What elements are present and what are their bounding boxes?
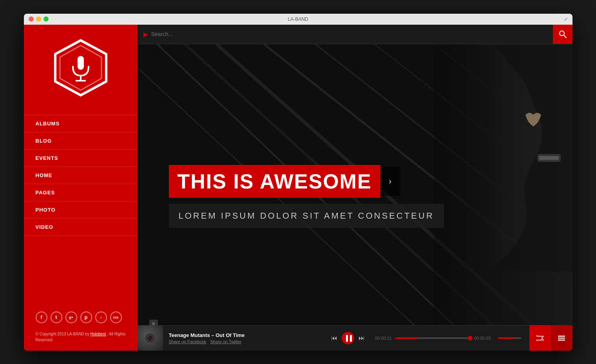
progress-track[interactable] bbox=[395, 337, 471, 339]
headline-block: THIS IS AWESOME › bbox=[169, 165, 444, 198]
share-facebook-link[interactable]: Share on Facebook bbox=[169, 339, 207, 344]
hero-person bbox=[435, 44, 572, 325]
hero-subheadline: LOREM IPSUM DOLOR SIT AMET CONSECTEUR bbox=[169, 204, 444, 228]
search-bar: ▶ bbox=[138, 25, 572, 44]
app-body: ALBUMS BLOG EVENTS HOME PAGES PHOTO VIDE… bbox=[24, 25, 572, 351]
album-art-inner bbox=[138, 325, 163, 351]
progress-thumb bbox=[468, 336, 473, 340]
rewind-button[interactable]: ⏮ bbox=[329, 333, 340, 344]
svg-line-6 bbox=[564, 35, 566, 38]
sidebar-item-home[interactable]: HOME bbox=[24, 167, 138, 184]
menu-icon bbox=[557, 335, 566, 342]
hero-text: THIS IS AWESOME › LOREM IPSUM DOLOR SIT … bbox=[138, 165, 444, 228]
facebook-icon[interactable]: f bbox=[36, 311, 47, 323]
copyright: © Copyright 2013 LA-BAND by Holobest . A… bbox=[24, 331, 138, 351]
volume-track[interactable] bbox=[498, 337, 522, 339]
maximize-window-button[interactable] bbox=[43, 16, 49, 22]
pinterest-icon[interactable]: p bbox=[80, 311, 92, 323]
svg-rect-2 bbox=[78, 56, 84, 70]
app-window: LA-BAND ⤢ bbox=[24, 14, 572, 351]
window-title: LA-BAND bbox=[288, 16, 308, 22]
share-twitter-link[interactable]: Share on Twitter bbox=[210, 339, 242, 344]
nav-menu: ALBUMS BLOG EVENTS HOME PAGES PHOTO VIDE… bbox=[24, 111, 138, 304]
svg-rect-19 bbox=[539, 156, 559, 160]
shuffle-button[interactable] bbox=[529, 325, 551, 351]
twitter-icon[interactable]: t bbox=[51, 311, 62, 323]
close-window-button[interactable] bbox=[29, 16, 34, 22]
search-input[interactable] bbox=[151, 31, 553, 37]
person-silhouette bbox=[455, 44, 572, 272]
sidebar-item-photo[interactable]: PHOTO bbox=[24, 201, 138, 219]
progress-fill bbox=[395, 337, 418, 339]
time-current: 00:00:11 bbox=[375, 336, 392, 340]
hero-headline: THIS IS AWESOME bbox=[169, 165, 380, 198]
google-plus-icon[interactable]: g+ bbox=[65, 311, 77, 323]
search-icon bbox=[559, 30, 567, 38]
expand-icon[interactable]: ⤢ bbox=[564, 16, 568, 22]
progress-area: 00:00:11 00:05:03 bbox=[371, 336, 529, 340]
sidebar-item-blog[interactable]: BLOG bbox=[24, 132, 138, 150]
player-extra-controls bbox=[529, 325, 572, 351]
window-controls bbox=[29, 16, 49, 22]
social-bar: f t g+ p ♪ rss bbox=[24, 304, 138, 331]
lastfm-icon[interactable]: ♪ bbox=[95, 311, 107, 323]
player-controls: ⏮ ▐▐ ⏭ bbox=[325, 332, 371, 344]
titlebar: LA-BAND ⤢ bbox=[24, 14, 572, 25]
logo[interactable] bbox=[51, 38, 110, 97]
svg-point-5 bbox=[560, 31, 564, 36]
main-content: ▶ bbox=[138, 25, 572, 351]
search-arrow-icon: ▶ bbox=[143, 31, 148, 38]
minimize-window-button[interactable] bbox=[36, 16, 41, 22]
rss-icon[interactable]: rss bbox=[110, 311, 122, 323]
logo-hexagon bbox=[51, 38, 110, 97]
dj-icon bbox=[144, 332, 156, 344]
playlist-button[interactable] bbox=[551, 325, 572, 351]
play-pause-button[interactable]: ▐▐ bbox=[342, 332, 354, 344]
sidebar-item-pages[interactable]: PAGES bbox=[24, 184, 138, 201]
search-button[interactable] bbox=[553, 25, 572, 44]
copyright-link[interactable]: Holobest bbox=[91, 332, 106, 336]
sidebar: ALBUMS BLOG EVENTS HOME PAGES PHOTO VIDE… bbox=[24, 25, 138, 351]
track-social: Share on Facebook Share on Twitter bbox=[169, 339, 319, 344]
music-player: ✕ Teenage Mutants – Out Of Time bbox=[138, 325, 572, 351]
track-title: Teenage Mutants – Out Of Time bbox=[169, 332, 319, 338]
volume-fill bbox=[498, 337, 514, 339]
headline-arrow[interactable]: › bbox=[380, 167, 400, 196]
sidebar-item-albums[interactable]: ALBUMS bbox=[24, 115, 138, 132]
time-total: 00:05:03 bbox=[474, 336, 491, 340]
hero-section: THIS IS AWESOME › LOREM IPSUM DOLOR SIT … bbox=[138, 44, 572, 325]
fast-forward-button[interactable]: ⏭ bbox=[356, 333, 367, 344]
logo-area bbox=[24, 25, 138, 111]
shuffle-icon bbox=[536, 335, 544, 342]
sidebar-item-events[interactable]: EVENTS bbox=[24, 150, 138, 167]
track-info: Teenage Mutants – Out Of Time Share on F… bbox=[163, 332, 325, 344]
album-art bbox=[138, 325, 163, 351]
sidebar-item-video[interactable]: VIDEO bbox=[24, 219, 138, 236]
